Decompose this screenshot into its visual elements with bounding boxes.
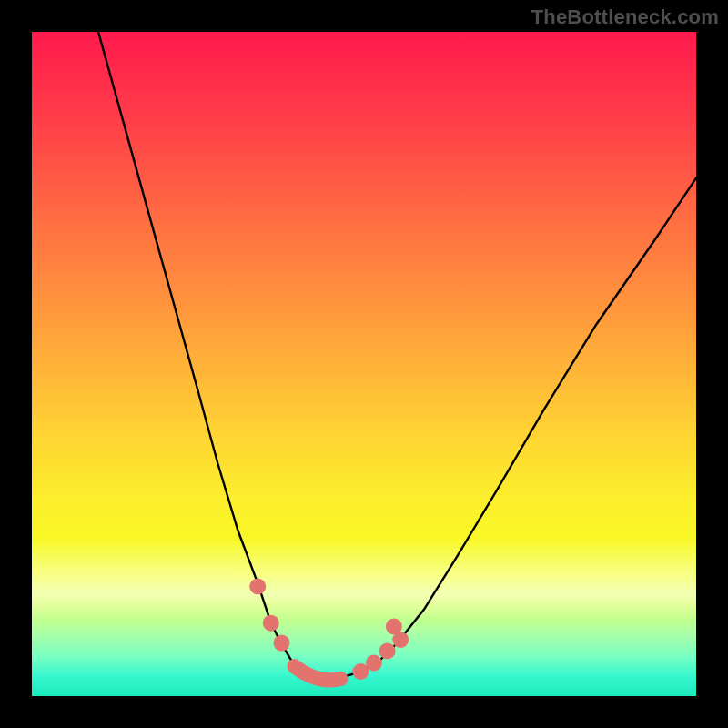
chart-marker-segment <box>294 666 340 680</box>
chart-marker-dot <box>274 635 290 652</box>
chart-plot-area <box>32 32 696 696</box>
chart-markers <box>249 579 409 681</box>
chart-marker-dot <box>263 615 279 632</box>
chart-marker-dot <box>379 642 396 659</box>
watermark-text: TheBottleneck.com <box>531 5 719 29</box>
chart-marker-dot <box>249 579 266 595</box>
bottleneck-curve <box>98 32 696 680</box>
chart-marker-dot <box>366 655 382 672</box>
chart-marker-dot <box>392 632 409 648</box>
chart-frame: TheBottleneck.com <box>0 0 728 728</box>
chart-curve-svg <box>32 32 696 696</box>
